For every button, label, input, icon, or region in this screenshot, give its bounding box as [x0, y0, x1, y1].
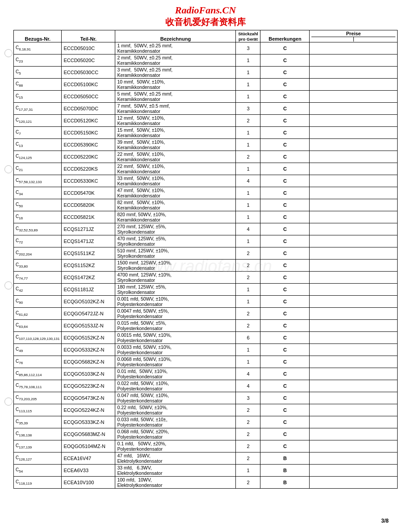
- cell-bezug: C73,203,205: [14, 392, 62, 404]
- table-row: C5ECCD05030CC3 mmf, 50WV, ±0.25 mmf, Ker…: [14, 67, 398, 79]
- cell-bezeichnung: 0.0033 mfd, 50WV, ±10%, Polyesterkondens…: [115, 344, 236, 356]
- table-row: C57,58,132,133ECCD05330KC33 mmf, 50WV, ±…: [14, 175, 398, 187]
- cell-bemerkungen: C: [260, 175, 310, 187]
- cell-preise2: [353, 163, 397, 175]
- cell-bezeichnung: 12 mmf, 50WV, ±10%, Keramikkondensator: [115, 115, 236, 127]
- cell-bezug: C61,62: [14, 308, 62, 320]
- cell-preise2: [353, 428, 397, 440]
- table-row: C13ECCD05390KC39 mmf, 50WV, ±10%, Kerami…: [14, 139, 398, 151]
- cell-preise1: [310, 67, 353, 79]
- cell-stueck: 2: [236, 416, 260, 428]
- cell-preise2: [353, 260, 397, 272]
- cell-stueck: 1: [236, 79, 260, 91]
- cell-teil: ECCD05030CC: [62, 67, 115, 79]
- cell-teil: ECQGO5102KZ-N: [62, 296, 115, 308]
- cell-preise1: [310, 308, 353, 320]
- cell-preise1: [310, 428, 353, 440]
- cell-bezeichnung: 180 mmf, 125WV, ±5%, Styrolkondensator: [115, 284, 236, 296]
- cell-stueck: 2: [236, 151, 260, 163]
- cell-stueck: 1: [236, 356, 260, 368]
- cell-preise1: [310, 247, 353, 260]
- cell-bezug: C124,125: [14, 151, 62, 163]
- table-row: C54ECEA6V3333 mfd, 6.3WV, Elektrolytkond…: [14, 465, 398, 477]
- cell-bemerkungen: C: [260, 260, 310, 272]
- cell-teil: ECEA16V47: [62, 452, 115, 465]
- cell-bezug: C202,204: [14, 247, 62, 260]
- cell-preise2: [353, 416, 397, 428]
- cell-bezeichnung: 4700 mmf, 125WV, ±10%, Styrolkondensator: [115, 272, 236, 284]
- cell-bemerkungen: C: [260, 428, 310, 440]
- cell-preise1: [310, 79, 353, 91]
- cell-bezug: C15: [14, 91, 62, 103]
- cell-stueck: 2: [236, 115, 260, 127]
- cell-bemerkungen: C: [260, 42, 310, 54]
- cell-bezeichnung: 0.22 mfd, 50WV, ±10%, Polyesterkondensat…: [115, 404, 236, 416]
- cell-bemerkungen: C: [260, 344, 310, 356]
- cell-preise2: [353, 115, 397, 127]
- cell-stueck: 1: [236, 187, 260, 199]
- cell-preise1: [310, 260, 353, 272]
- cell-teil: ECCD05100KC: [62, 79, 115, 91]
- cell-preise1: [310, 54, 353, 67]
- cell-bemerkungen: C: [260, 67, 310, 79]
- cell-bemerkungen: C: [260, 79, 310, 91]
- cell-stueck: 2: [236, 320, 260, 332]
- page-footer: 3/8: [381, 518, 389, 524]
- th-teil: Teil-Nr.: [62, 30, 115, 42]
- cell-preise1: [310, 452, 353, 465]
- cell-stueck: 4: [236, 380, 260, 392]
- cell-preise2: [353, 477, 397, 489]
- cell-bezeichnung: 0.1 mfd, 50WV, ±20%, Polyesterkondensato…: [115, 440, 236, 452]
- cell-bemerkungen: C: [260, 296, 310, 308]
- cell-preise2: [353, 452, 397, 465]
- cell-preise2: [353, 380, 397, 392]
- table-row: C124,125ECCD05220KC22 mmf, 50WV, ±10%, K…: [14, 151, 398, 163]
- cell-stueck: 3: [236, 42, 260, 54]
- cell-teil: ECQGO5103KZ-N: [62, 368, 115, 380]
- parts-table: Bezugs-Nr. Teil-Nr. Bezeichnung Stückzah…: [13, 30, 398, 489]
- table-row: C50ECCD05820K82 mmf, 50WV, ±10%, Keramik…: [14, 199, 398, 211]
- cell-bemerkungen: C: [260, 151, 310, 163]
- cell-preise2: [353, 404, 397, 416]
- cell-bemerkungen: C: [260, 284, 310, 296]
- cell-preise1: [310, 440, 353, 452]
- table-row: C126,127ECEA16V4747 mfd, 16WV, Elektroly…: [14, 452, 398, 465]
- cell-bezug: C5: [14, 67, 62, 79]
- cell-bezug: C63,64: [14, 320, 62, 332]
- cell-preise2: [353, 296, 397, 308]
- cell-preise2: [353, 211, 397, 223]
- cell-bezug: C57,58,132,133: [14, 175, 62, 187]
- cell-bemerkungen: C: [260, 247, 310, 260]
- cell-bemerkungen: C: [260, 368, 310, 380]
- cell-bezeichnung: 5 mmf, 50WV, ±0.25 mmf, Keramikkondensat…: [115, 91, 236, 103]
- cell-stueck: 2: [236, 477, 260, 489]
- table-row: C6,18,91ECCD05010C1 mmf, 50WV, ±0.25 mmf…: [14, 42, 398, 54]
- cell-teil: ECEA10V100: [62, 477, 115, 489]
- cell-bemerkungen: C: [260, 404, 310, 416]
- cell-teil: ECQS1471JZ: [62, 235, 115, 247]
- cell-preise1: [310, 344, 353, 356]
- cell-preise1: [310, 465, 353, 477]
- cell-bezug: C50: [14, 199, 62, 211]
- table-body: C6,18,91ECCD05010C1 mmf, 50WV, ±0.25 mmf…: [14, 42, 398, 489]
- cell-teil: ECQS1271JZ: [62, 223, 115, 235]
- cell-stueck: 1: [236, 91, 260, 103]
- cell-bezug: C120,121: [14, 115, 62, 127]
- cell-bemerkungen: C: [260, 416, 310, 428]
- binding-hole-4: [4, 398, 13, 406]
- cell-bezug: C75,78,108,111: [14, 380, 62, 392]
- cell-teil: ECQGO5682KZ-N: [62, 356, 115, 368]
- cell-stueck: 2: [236, 272, 260, 284]
- cell-bezug: C54: [14, 465, 62, 477]
- cell-bezug: C34: [14, 187, 62, 199]
- cell-preise1: [310, 235, 353, 247]
- table-row: C137,139EOQGO5104MZ-N0.1 mfd, 50WV, ±20%…: [14, 440, 398, 452]
- cell-preise1: [310, 284, 353, 296]
- cell-bemerkungen: C: [260, 139, 310, 151]
- cell-teil: ECCD05070DC: [62, 103, 115, 115]
- cell-preise2: [353, 151, 397, 163]
- binding-hole-2: [4, 165, 13, 173]
- th-bemerkungen: Bemerkungen: [260, 30, 310, 42]
- th-preise-col2: [354, 37, 395, 42]
- cell-bezeichnung: 0.0015 mfd, 50WV, ±10%, Polyesterkondens…: [115, 332, 236, 344]
